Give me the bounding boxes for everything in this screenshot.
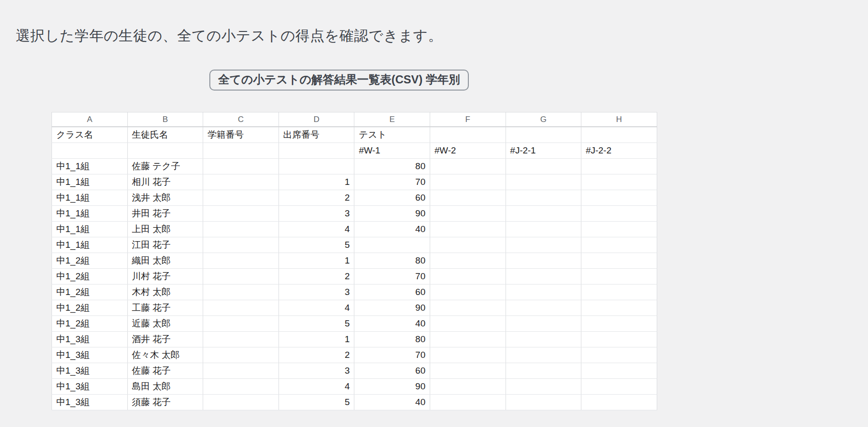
- column-letter-G: G: [506, 112, 581, 127]
- cell: 5: [279, 237, 354, 253]
- cell: 中1_2組: [52, 316, 128, 332]
- cell: [581, 159, 657, 174]
- cell: 須藤 花子: [127, 395, 203, 410]
- cell: 70: [354, 269, 430, 285]
- cell: [506, 206, 581, 222]
- column-letter-H: H: [581, 112, 657, 127]
- cell: [506, 332, 581, 347]
- table-row: 中1_2組木村 太郎360: [52, 285, 657, 300]
- cell: 中1_1組: [52, 237, 128, 253]
- cell: [581, 347, 657, 363]
- cell: [581, 395, 657, 410]
- cell: [581, 222, 657, 237]
- table-row: 中1_3組佐々木 太郎270: [52, 347, 657, 363]
- cell: 5: [279, 395, 354, 410]
- cell: [506, 363, 581, 379]
- cell: 4: [279, 300, 354, 316]
- cell: 島田 太郎: [127, 379, 203, 395]
- header-row: クラス名生徒氏名学籍番号出席番号テスト: [52, 127, 657, 143]
- cell: #W-2: [430, 143, 506, 159]
- cell: [203, 143, 279, 159]
- cell: [430, 206, 506, 222]
- table-row: 中1_1組相川 花子170: [52, 174, 657, 190]
- cell: [506, 190, 581, 206]
- cell: #J-2-1: [506, 143, 581, 159]
- cell: [581, 285, 657, 300]
- cell: 60: [354, 363, 430, 379]
- cell: 90: [354, 206, 430, 222]
- cell: [430, 222, 506, 237]
- cell: [203, 159, 279, 174]
- cell: 中1_1組: [52, 190, 128, 206]
- cell: [506, 253, 581, 269]
- cell: #W-1: [354, 143, 430, 159]
- cell: [581, 300, 657, 316]
- cell: [52, 143, 128, 159]
- cell: 中1_1組: [52, 159, 128, 174]
- cell: 中1_1組: [52, 174, 128, 190]
- cell: 3: [279, 206, 354, 222]
- cell: [430, 332, 506, 347]
- cell: [581, 253, 657, 269]
- header-row: #W-1#W-2#J-2-1#J-2-2: [52, 143, 657, 159]
- column-letter-F: F: [430, 112, 506, 127]
- cell: [203, 222, 279, 237]
- cell: 2: [279, 269, 354, 285]
- cell: [506, 159, 581, 174]
- csv-download-button[interactable]: 全ての小テストの解答結果一覧表(CSV) 学年別: [209, 70, 468, 91]
- cell: [203, 316, 279, 332]
- cell: 40: [354, 222, 430, 237]
- cell: 60: [354, 190, 430, 206]
- cell: [430, 253, 506, 269]
- cell: テスト: [354, 127, 430, 143]
- cell: 工藤 花子: [127, 300, 203, 316]
- cell: 織田 太郎: [127, 253, 203, 269]
- cell: [127, 143, 203, 159]
- table-row: 中1_1組江田 花子5: [52, 237, 657, 253]
- cell: 学籍番号: [203, 127, 279, 143]
- cell: 中1_3組: [52, 347, 128, 363]
- cell: 1: [279, 332, 354, 347]
- table-row: 中1_1組浅井 太郎260: [52, 190, 657, 206]
- cell: 2: [279, 347, 354, 363]
- cell: [506, 269, 581, 285]
- column-letters-row: ABCDEFGH: [52, 112, 657, 127]
- cell: [203, 300, 279, 316]
- cell: [506, 395, 581, 410]
- cell: [506, 237, 581, 253]
- cell: 4: [279, 222, 354, 237]
- cell: 中1_1組: [52, 222, 128, 237]
- cell: 浅井 太郎: [127, 190, 203, 206]
- cell: 佐々木 太郎: [127, 347, 203, 363]
- cell: 井田 花子: [127, 206, 203, 222]
- cell: [581, 174, 657, 190]
- cell: [506, 285, 581, 300]
- cell: [506, 379, 581, 395]
- column-letters-head: ABCDEFGH: [52, 112, 657, 127]
- cell: #J-2-2: [581, 143, 657, 159]
- column-letter-A: A: [52, 112, 128, 127]
- cell: [430, 237, 506, 253]
- cell: [279, 143, 354, 159]
- cell: 40: [354, 395, 430, 410]
- cell: [354, 237, 430, 253]
- cell: [430, 174, 506, 190]
- cell: 中1_2組: [52, 285, 128, 300]
- cell: [506, 127, 581, 143]
- cell: [581, 127, 657, 143]
- cell: [430, 363, 506, 379]
- cell: [203, 332, 279, 347]
- cell: [203, 269, 279, 285]
- cell: [430, 269, 506, 285]
- cell: [203, 206, 279, 222]
- cell: 中1_3組: [52, 379, 128, 395]
- cell: [203, 237, 279, 253]
- cell: 近藤 太郎: [127, 316, 203, 332]
- cell: [581, 332, 657, 347]
- table-row: 中1_1組井田 花子390: [52, 206, 657, 222]
- cell: [581, 237, 657, 253]
- table-row: 中1_3組島田 太郎490: [52, 379, 657, 395]
- cell: 中1_2組: [52, 269, 128, 285]
- spreadsheet-container: ABCDEFGH クラス名生徒氏名学籍番号出席番号テスト#W-1#W-2#J-2…: [52, 112, 662, 410]
- cell: [581, 363, 657, 379]
